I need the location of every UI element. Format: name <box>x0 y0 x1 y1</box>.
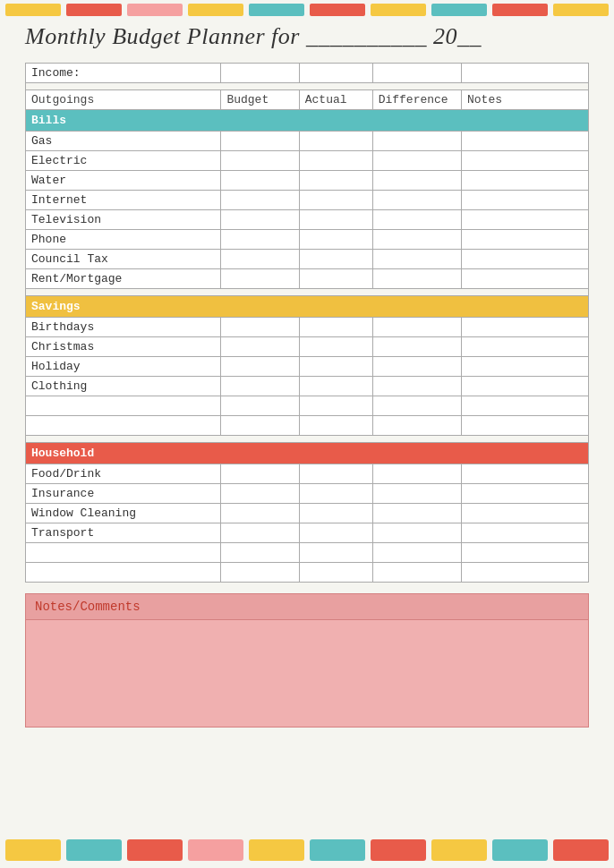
header-actual: Actual <box>299 90 372 110</box>
row-diff-transport[interactable] <box>372 523 461 543</box>
row-budget-food-drink[interactable] <box>221 464 299 484</box>
row-actual-water[interactable] <box>299 171 372 191</box>
row-diff-birthdays[interactable] <box>372 318 461 337</box>
row-actual-insurance[interactable] <box>299 484 372 504</box>
table-row: Clothing <box>26 377 589 396</box>
row-notes-internet[interactable] <box>462 191 589 210</box>
row-empty-4[interactable] <box>26 563 221 583</box>
row-diff-council-tax[interactable] <box>372 250 461 269</box>
row-actual-television[interactable] <box>299 210 372 230</box>
row-label-birthdays: Birthdays <box>26 318 221 337</box>
savings-label: Savings <box>26 296 589 318</box>
row-budget-water[interactable] <box>221 171 299 191</box>
income-notes-cell[interactable] <box>462 64 589 83</box>
household-section-header: Household <box>26 443 589 464</box>
bottom-bar-block-4 <box>188 839 243 861</box>
row-budget-internet[interactable] <box>221 191 299 210</box>
income-actual-cell[interactable] <box>299 64 372 83</box>
row-budget-holiday[interactable] <box>221 357 299 377</box>
row-actual-phone[interactable] <box>299 230 372 250</box>
table-row: Transport <box>26 523 589 543</box>
row-label-gas: Gas <box>26 132 221 151</box>
row-notes-insurance[interactable] <box>462 484 589 504</box>
row-diff-water[interactable] <box>372 171 461 191</box>
top-bar-block-2 <box>66 4 122 16</box>
row-budget-birthdays[interactable] <box>221 318 299 337</box>
row-diff-christmas[interactable] <box>372 337 461 357</box>
row-budget-transport[interactable] <box>221 523 299 543</box>
row-actual-birthdays[interactable] <box>299 318 372 337</box>
row-actual-clothing[interactable] <box>299 377 372 396</box>
row-diff-food-drink[interactable] <box>372 464 461 484</box>
row-actual-food-drink[interactable] <box>299 464 372 484</box>
header-budget: Budget <box>221 90 299 110</box>
top-bar-block-9 <box>492 4 548 16</box>
row-actual-window-cleaning[interactable] <box>299 504 372 523</box>
row-notes-rent-mortgage[interactable] <box>462 269 589 289</box>
row-empty-1[interactable] <box>26 396 221 416</box>
top-color-bar <box>0 0 614 20</box>
income-difference-cell[interactable] <box>372 64 461 83</box>
row-notes-gas[interactable] <box>462 132 589 151</box>
table-row: Food/Drink <box>26 464 589 484</box>
row-diff-insurance[interactable] <box>372 484 461 504</box>
row-diff-clothing[interactable] <box>372 377 461 396</box>
row-budget-christmas[interactable] <box>221 337 299 357</box>
row-diff-holiday[interactable] <box>372 357 461 377</box>
table-row: Gas <box>26 132 589 151</box>
income-budget-cell[interactable] <box>221 64 299 83</box>
row-diff-internet[interactable] <box>372 191 461 210</box>
row-budget-council-tax[interactable] <box>221 250 299 269</box>
row-budget-clothing[interactable] <box>221 377 299 396</box>
bottom-color-bar <box>0 832 614 868</box>
row-diff-gas[interactable] <box>372 132 461 151</box>
column-headers-row: Outgoings Budget Actual Difference Notes <box>26 90 589 110</box>
row-diff-phone[interactable] <box>372 230 461 250</box>
row-notes-holiday[interactable] <box>462 357 589 377</box>
row-notes-electric[interactable] <box>462 151 589 171</box>
row-budget-insurance[interactable] <box>221 484 299 504</box>
row-notes-television[interactable] <box>462 210 589 230</box>
spacer-2 <box>26 289 589 296</box>
row-notes-council-tax[interactable] <box>462 250 589 269</box>
row-actual-transport[interactable] <box>299 523 372 543</box>
row-notes-transport[interactable] <box>462 523 589 543</box>
table-row: Birthdays <box>26 318 589 337</box>
row-budget-gas[interactable] <box>221 132 299 151</box>
row-label-window-cleaning: Window Cleaning <box>26 504 221 523</box>
row-notes-window-cleaning[interactable] <box>462 504 589 523</box>
row-notes-phone[interactable] <box>462 230 589 250</box>
row-actual-council-tax[interactable] <box>299 250 372 269</box>
row-diff-television[interactable] <box>372 210 461 230</box>
savings-section-header: Savings <box>26 296 589 318</box>
row-label-water: Water <box>26 171 221 191</box>
row-budget-phone[interactable] <box>221 230 299 250</box>
row-empty-2[interactable] <box>26 416 221 436</box>
row-notes-food-drink[interactable] <box>462 464 589 484</box>
row-budget-television[interactable] <box>221 210 299 230</box>
row-actual-internet[interactable] <box>299 191 372 210</box>
bottom-bar-block-10 <box>553 839 609 861</box>
row-actual-gas[interactable] <box>299 132 372 151</box>
row-budget-rent-mortgage[interactable] <box>221 269 299 289</box>
row-empty-3[interactable] <box>26 543 221 563</box>
row-notes-clothing[interactable] <box>462 377 589 396</box>
table-row <box>26 543 589 563</box>
row-diff-electric[interactable] <box>372 151 461 171</box>
row-actual-electric[interactable] <box>299 151 372 171</box>
row-notes-christmas[interactable] <box>462 337 589 357</box>
page-title: Monthly Budget Planner for __________ 20… <box>25 23 589 50</box>
table-row: Phone <box>26 230 589 250</box>
row-actual-holiday[interactable] <box>299 357 372 377</box>
row-notes-water[interactable] <box>462 171 589 191</box>
top-bar-block-7 <box>371 4 426 16</box>
notes-body[interactable] <box>25 620 589 728</box>
row-budget-window-cleaning[interactable] <box>221 504 299 523</box>
row-actual-christmas[interactable] <box>299 337 372 357</box>
row-diff-window-cleaning[interactable] <box>372 504 461 523</box>
row-budget-electric[interactable] <box>221 151 299 171</box>
row-notes-birthdays[interactable] <box>462 318 589 337</box>
row-actual-rent-mortgage[interactable] <box>299 269 372 289</box>
row-diff-rent-mortgage[interactable] <box>372 269 461 289</box>
household-label: Household <box>26 443 589 464</box>
